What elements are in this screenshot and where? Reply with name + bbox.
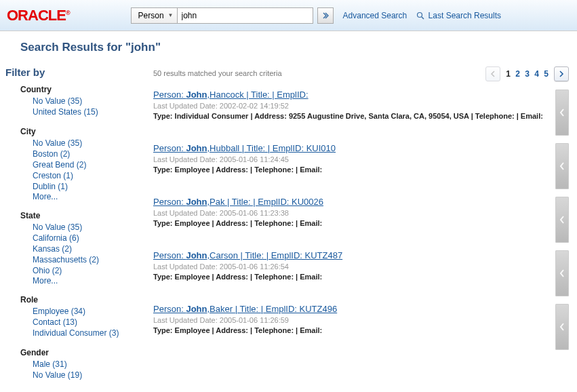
result-title-link[interactable]: Person: John,Pak | Title: | EmplID: KU00… [153,197,323,207]
pager-page-1[interactable]: 1 [504,69,512,79]
chevron-left-icon [559,322,565,332]
facet-item[interactable]: Kansas (2) [20,243,140,254]
search-go-button[interactable] [317,7,334,24]
facet-item[interactable]: Boston (2) [20,149,140,159]
result-title-link[interactable]: Person: John,Hancock | Title: | EmplID: [153,90,309,100]
result-updated-date: Last Updated Date: 2005-01-06 11:23:38 [153,207,549,219]
facet-item[interactable]: Ohio (2) [20,265,140,276]
result-updated-date: Last Updated Date: 2005-01-06 11:26:54 [153,260,549,273]
chevron-left-icon [490,71,496,77]
facet-item[interactable]: California (6) [20,233,140,243]
result-item: Person: John,Pak | Title: | EmplID: KU00… [151,197,569,250]
chevron-left-icon [559,108,565,117]
facet-label-role: Role [20,295,140,305]
facet-item[interactable]: Dublin (1) [20,181,140,192]
facet-item[interactable]: Male (31) [20,359,140,370]
expand-handle[interactable] [555,143,569,189]
result-updated-date: Last Updated Date: 2005-01-06 11:26:59 [153,314,549,326]
page-title: Search Results for "john" [0,31,577,61]
facet-item[interactable]: No Value (35) [20,138,140,149]
results-panel: 50 results matched your search criteria … [142,61,577,390]
chevron-left-icon [559,269,565,278]
chevron-left-icon [559,161,565,171]
facet-item[interactable]: No Value (19) [20,370,140,380]
search-scope-select[interactable]: Person [131,7,178,24]
oracle-logo: ORACLE® [7,7,70,24]
expand-handle[interactable] [555,304,569,350]
svg-line-1 [422,17,424,19]
facet-item[interactable]: Contact (13) [20,317,140,328]
result-title-link[interactable]: Person: John,Baker | Title: | EmplID: KU… [153,304,337,314]
expand-handle[interactable] [555,197,569,243]
chevron-right-icon [559,71,564,77]
search-history-icon [416,12,424,20]
result-meta: Type: Employee | Address: | Telephone: |… [153,326,549,334]
facet-item[interactable]: Creston (1) [20,170,140,181]
pager-page-5[interactable]: 5 [542,69,550,79]
facet-item[interactable]: Individual Consumer (3) [20,328,140,338]
pager-next-button[interactable] [554,66,569,81]
facet-label-state: State [20,211,140,220]
facet-item[interactable]: Employee (34) [20,306,140,317]
facet-item[interactable]: United States (15) [20,106,140,117]
expand-handle[interactable] [555,90,569,136]
search-input[interactable] [178,7,313,24]
facet-label-gender: Gender [20,348,140,357]
facet-item[interactable]: No Value (35) [20,222,140,233]
result-updated-date: Last Updated Date: 2002-02-02 14:19:52 [153,100,549,112]
result-item: Person: John,Hancock | Title: | EmplID:L… [151,90,569,143]
top-bar: ORACLE® Person Advanced Search Last Sear… [0,0,577,31]
filter-title: Filter by [5,66,140,78]
chevron-left-icon [559,215,565,224]
results-count: 50 results matched your search criteria [151,66,282,90]
result-meta: Type: Employee | Address: | Telephone: |… [153,273,549,281]
result-title-link[interactable]: Person: John,Carson | Title: | EmplID: K… [153,250,342,260]
pager-prev-button[interactable] [485,66,500,81]
facet-label-city: City [20,127,140,136]
advanced-search-link[interactable]: Advanced Search [343,11,407,20]
result-updated-date: Last Updated Date: 2005-01-06 11:24:45 [153,153,549,165]
result-meta: Type: Employee | Address: | Telephone: |… [153,165,549,174]
result-item: Person: John,Hubball | Title: | EmplID: … [151,143,569,197]
result-title-link[interactable]: Person: John,Hubball | Title: | EmplID: … [153,143,336,153]
pager-page-4[interactable]: 4 [533,69,540,79]
pager: 1 2 3 4 5 [485,66,569,81]
pager-page-3[interactable]: 3 [523,69,531,79]
facet-more-link[interactable]: More... [20,275,58,286]
go-icon [322,12,329,19]
facet-more-link[interactable]: More... [20,191,58,202]
result-meta: Type: Employee | Address: | Telephone: |… [153,219,549,227]
svg-point-0 [418,13,422,18]
result-item: Person: John,Baker | Title: | EmplID: KU… [151,304,569,357]
expand-handle[interactable] [555,250,569,296]
filter-sidebar: Filter by CountryNo Value (35)United Sta… [0,61,142,390]
last-search-results-link[interactable]: Last Search Results [416,11,501,20]
facet-item[interactable]: Great Bend (2) [20,159,140,170]
result-meta: Type: Individual Consumer | Address: 925… [153,112,549,120]
result-item: Person: John,Carson | Title: | EmplID: K… [151,250,569,304]
pager-page-2[interactable]: 2 [514,69,521,79]
facet-item[interactable]: Massachusetts (2) [20,254,140,265]
facet-label-country: Country [20,85,140,94]
facet-item[interactable]: No Value (35) [20,96,140,106]
